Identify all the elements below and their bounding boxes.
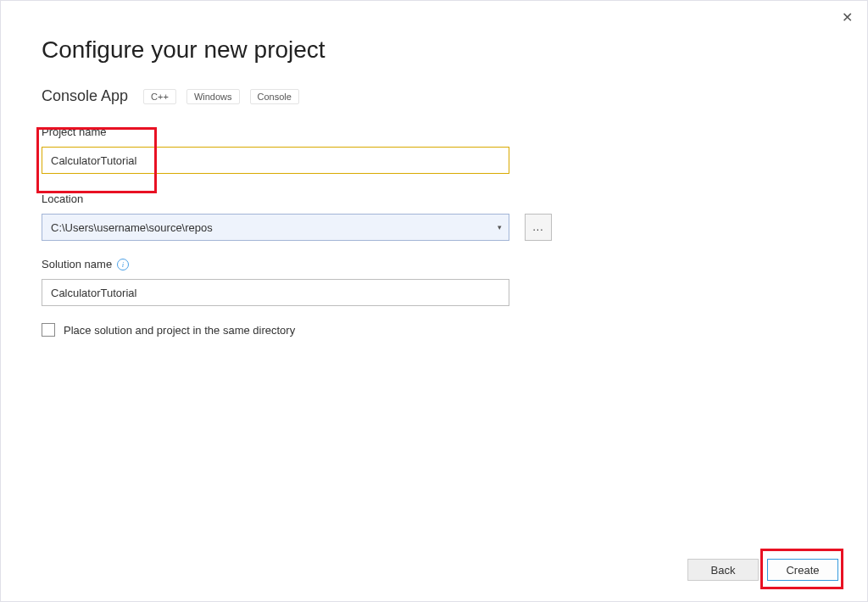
dialog-footer: Back Create bbox=[687, 559, 838, 581]
chevron-down-icon: ▾ bbox=[498, 223, 502, 231]
same-directory-label: Place solution and project in the same d… bbox=[64, 324, 295, 337]
solution-name-group: Solution name i bbox=[42, 258, 826, 306]
location-group: Location C:\Users\username\source\repos … bbox=[42, 191, 826, 241]
browse-button[interactable]: ... bbox=[525, 214, 552, 241]
back-button[interactable]: Back bbox=[687, 559, 759, 581]
solution-name-label: Solution name bbox=[42, 258, 112, 270]
project-name-input[interactable] bbox=[42, 147, 509, 174]
dialog-content: Configure your new project Console App C… bbox=[1, 1, 867, 337]
project-name-label: Project name bbox=[42, 125, 107, 138]
template-name: Console App bbox=[42, 87, 128, 105]
page-title: Configure your new project bbox=[42, 36, 826, 64]
tag-console: Console bbox=[250, 89, 299, 104]
tag-windows: Windows bbox=[186, 89, 240, 104]
info-icon[interactable]: i bbox=[117, 259, 129, 270]
location-label: Location bbox=[42, 192, 83, 205]
template-row: Console App C++ Windows Console bbox=[42, 87, 826, 105]
tag-cpp: C++ bbox=[143, 89, 176, 104]
location-dropdown[interactable]: C:\Users\username\source\repos ▾ bbox=[42, 214, 509, 241]
close-icon[interactable]: ✕ bbox=[838, 9, 855, 26]
location-value: C:\Users\username\source\repos bbox=[51, 221, 213, 234]
same-directory-checkbox[interactable] bbox=[42, 323, 55, 337]
solution-name-input[interactable] bbox=[42, 279, 509, 306]
create-button[interactable]: Create bbox=[767, 559, 838, 581]
project-name-group: Project name bbox=[42, 124, 826, 174]
same-directory-row: Place solution and project in the same d… bbox=[42, 323, 826, 337]
